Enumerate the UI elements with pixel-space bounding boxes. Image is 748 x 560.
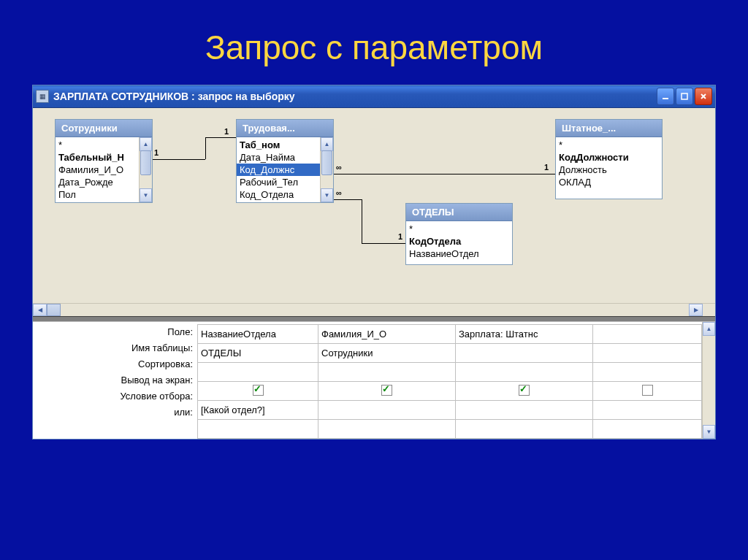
- relation-line: [332, 199, 362, 200]
- grid-cell[interactable]: НазваниеОтдела: [198, 325, 318, 344]
- field-item-selected[interactable]: Код_Должнс: [237, 164, 320, 176]
- field-item[interactable]: КодДолжности: [556, 151, 662, 164]
- field-item[interactable]: Таб_ном: [237, 139, 320, 151]
- query-grid[interactable]: НазваниеОтдела Фамилия_И_О Зарплата: Шта…: [197, 324, 702, 439]
- field-item[interactable]: КодОтдела: [406, 235, 512, 248]
- label-field: Поле:: [33, 324, 197, 340]
- show-checkbox[interactable]: [642, 385, 653, 396]
- table-box-sotrudniki[interactable]: Сотрудники * Табельный_Н Фамилия_И_О Дат…: [55, 119, 153, 203]
- grid-cell[interactable]: [456, 382, 593, 401]
- grid-cell[interactable]: [456, 401, 593, 420]
- grid-cell[interactable]: [456, 420, 593, 439]
- grid-row-labels: Поле: Имя таблицы: Сортировка: Вывод на …: [33, 322, 197, 439]
- field-item[interactable]: Табельный_Н: [56, 151, 139, 164]
- query-grid-pane: Поле: Имя таблицы: Сортировка: Вывод на …: [33, 322, 715, 439]
- vertical-scrollbar[interactable]: ▲ ▼: [320, 137, 333, 202]
- table-box-trudovaya[interactable]: Трудовая... Таб_ном Дата_Найма Код_Должн…: [236, 119, 334, 203]
- show-checkbox[interactable]: [519, 385, 530, 396]
- field-item[interactable]: Код_Отдела: [237, 188, 320, 201]
- row-sort: [198, 363, 702, 382]
- table-title: Сотрудники: [56, 120, 152, 137]
- scroll-track[interactable]: [61, 304, 689, 316]
- field-item[interactable]: Должность: [556, 164, 662, 176]
- grid-cell[interactable]: [593, 401, 702, 420]
- relation-line: [205, 137, 236, 138]
- grid-cell[interactable]: [318, 382, 456, 401]
- grid-cell[interactable]: ОТДЕЛЫ: [198, 344, 318, 363]
- scroll-up-icon[interactable]: ▲: [321, 137, 333, 151]
- field-item[interactable]: Пол: [56, 188, 139, 201]
- field-item[interactable]: ОКЛАД: [556, 176, 662, 188]
- grid-cell[interactable]: [318, 363, 456, 382]
- field-list[interactable]: Таб_ном Дата_Найма Код_Должнс Рабочий_Те…: [237, 137, 320, 202]
- relation-card: 1: [398, 232, 402, 241]
- titlebar[interactable]: ▦ ЗАРПЛАТА СОТРУДНИКОВ : запрос на выбор…: [33, 85, 715, 108]
- field-item[interactable]: НазваниеОтдел: [406, 248, 512, 260]
- label-sort: Сортировка:: [33, 356, 197, 372]
- relation-line: [205, 137, 206, 159]
- grid-cell[interactable]: [593, 363, 702, 382]
- scroll-corner: [703, 304, 715, 316]
- vertical-scrollbar[interactable]: ▲ ▼: [702, 322, 715, 439]
- grid-cell[interactable]: [318, 420, 456, 439]
- scroll-thumb[interactable]: [47, 304, 61, 316]
- grid-cell[interactable]: [198, 420, 318, 439]
- grid-cell[interactable]: [456, 363, 593, 382]
- close-button[interactable]: [695, 88, 712, 105]
- relation-card: ∞: [336, 163, 342, 172]
- label-show: Вывод на экран:: [33, 372, 197, 388]
- field-item[interactable]: Дата_Найма: [237, 151, 320, 164]
- grid-cell[interactable]: [198, 363, 318, 382]
- grid-cell[interactable]: Зарплата: Штатнс: [456, 325, 593, 344]
- grid-cell[interactable]: [318, 401, 456, 420]
- vertical-scrollbar[interactable]: ▲ ▼: [139, 137, 152, 202]
- field-item[interactable]: *: [556, 139, 662, 151]
- pane-divider[interactable]: [33, 316, 715, 322]
- scroll-down-icon[interactable]: ▼: [140, 188, 152, 202]
- grid-cell[interactable]: [198, 382, 318, 401]
- relation-line: [150, 159, 205, 160]
- row-or: [198, 420, 702, 439]
- grid-cell[interactable]: [456, 344, 593, 363]
- grid-cell[interactable]: Фамилия_И_О: [318, 325, 456, 344]
- grid-cell[interactable]: [Какой отдел?]: [198, 401, 318, 420]
- scroll-down-icon[interactable]: ▼: [321, 188, 333, 202]
- field-item[interactable]: *: [406, 223, 512, 235]
- window-icon: ▦: [36, 90, 49, 103]
- row-show: [198, 382, 702, 401]
- scroll-up-icon[interactable]: ▲: [703, 322, 715, 336]
- horizontal-scrollbar[interactable]: ◀ ▶: [33, 303, 715, 316]
- row-field: НазваниеОтдела Фамилия_И_О Зарплата: Шта…: [198, 325, 702, 344]
- field-item[interactable]: Дата_Рожде: [56, 176, 139, 188]
- scroll-thumb[interactable]: [140, 150, 151, 175]
- table-box-shtatnoe[interactable]: Штатное_... * КодДолжности Должность ОКЛ…: [555, 119, 663, 199]
- show-checkbox[interactable]: [381, 385, 392, 396]
- field-list[interactable]: * КодОтдела НазваниеОтдел: [406, 221, 512, 264]
- show-checkbox[interactable]: [253, 385, 264, 396]
- field-item[interactable]: *: [56, 139, 139, 151]
- grid-cell[interactable]: [593, 344, 702, 363]
- maximize-button[interactable]: [676, 88, 693, 105]
- field-list[interactable]: * КодДолжности Должность ОКЛАД: [556, 137, 662, 199]
- grid-cell[interactable]: Сотрудники: [318, 344, 456, 363]
- scroll-left-icon[interactable]: ◀: [33, 304, 47, 316]
- field-list[interactable]: * Табельный_Н Фамилия_И_О Дата_Рожде Пол: [56, 137, 139, 202]
- relation-line: [332, 174, 555, 174]
- table-box-otdely[interactable]: ОТДЕЛЫ * КодОтдела НазваниеОтдел: [405, 203, 513, 265]
- relation-card: 1: [154, 148, 159, 157]
- scroll-right-icon[interactable]: ▶: [689, 304, 703, 316]
- query-design-window: ▦ ЗАРПЛАТА СОТРУДНИКОВ : запрос на выбор…: [32, 85, 716, 440]
- grid-cell[interactable]: [593, 420, 702, 439]
- minimize-button[interactable]: [657, 88, 674, 105]
- grid-cell[interactable]: [593, 325, 702, 344]
- relationship-pane[interactable]: 1 1 ∞ 1 ∞ 1 Сотрудники * Табельный_Н Фам…: [33, 108, 715, 316]
- table-title: Трудовая...: [237, 120, 333, 137]
- grid-cell[interactable]: [593, 382, 702, 401]
- scroll-down-icon[interactable]: ▼: [703, 425, 715, 439]
- field-item[interactable]: Рабочий_Тел: [237, 176, 320, 188]
- scroll-thumb[interactable]: [321, 150, 332, 175]
- scroll-up-icon[interactable]: ▲: [140, 137, 152, 151]
- field-item[interactable]: Фамилия_И_О: [56, 164, 139, 176]
- label-criteria: Условие отбора:: [33, 388, 197, 404]
- table-title: Штатное_...: [556, 120, 662, 137]
